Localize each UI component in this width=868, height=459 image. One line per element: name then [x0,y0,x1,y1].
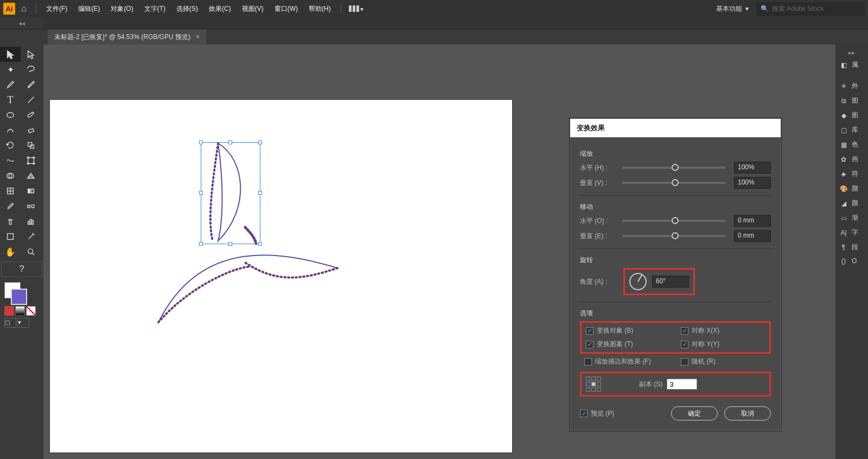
slice-tool[interactable] [21,229,41,244]
move-v-slider[interactable] [622,235,725,237]
scale-h-value[interactable]: 100% [734,162,771,174]
menu-window[interactable]: 窗口(W) [270,2,302,16]
reference-point-grid[interactable] [586,377,601,392]
menu-view[interactable]: 视图(V) [238,2,268,16]
artboard-tool[interactable] [0,229,21,244]
move-h-value[interactable]: 0 mm [734,215,771,227]
eraser-tool[interactable] [21,123,41,138]
hand-tool[interactable]: ✋ [0,244,21,259]
cancel-button[interactable]: 取消 [724,406,771,420]
gradient-mode-icon[interactable] [15,306,25,316]
resize-handle[interactable] [199,141,203,144]
paintbrush-tool[interactable] [21,107,41,123]
edit-toolbar-button[interactable]: ? [1,262,42,277]
properties-panel-icon[interactable]: ◧属 [835,58,868,72]
scale-v-slider[interactable] [622,182,725,184]
resize-handle[interactable] [228,141,232,144]
fill-stroke-swatches[interactable]: ◻ ▾ [0,279,43,331]
color-guide-panel-icon[interactable]: ◢颜 [835,196,868,211]
opentype-panel-icon[interactable]: ()O [835,254,868,267]
resize-handle[interactable] [228,242,232,246]
pen-tool[interactable] [0,77,21,92]
symbol-sprayer-tool[interactable] [0,214,21,229]
width-tool[interactable] [0,153,21,168]
angle-value[interactable]: 60° [652,276,689,288]
column-graph-tool[interactable] [21,214,41,229]
libraries-panel-icon[interactable]: ▢库 [835,123,868,137]
chevron-down-icon: ▾ [745,5,749,12]
eyedropper-tool[interactable] [0,199,21,214]
search-input[interactable]: 🔍搜索 Adobe Stock [756,2,865,16]
shaper-tool[interactable] [0,123,21,138]
lasso-tool[interactable] [21,62,41,77]
mesh-tool[interactable] [0,183,21,199]
dock-collapse-icon[interactable]: ▸▸ [835,48,868,58]
magic-wand-tool[interactable]: ✦ [0,62,21,77]
menu-object[interactable]: 对象(O) [106,2,137,16]
resize-handle[interactable] [199,242,203,246]
document-tab[interactable]: 未标题-2 [已恢复]* @ 54.53% (RGB/GPU 预览) × [48,29,206,44]
symbols-panel-icon[interactable]: ♣符 [835,167,868,181]
gradient-panel-icon[interactable]: ▭渐 [835,211,868,225]
type-tool[interactable]: T [0,92,21,107]
menu-help[interactable]: 帮助(H) [304,2,335,16]
screen-mode-dropdown[interactable]: ▾ [17,318,29,328]
character-panel-icon[interactable]: A|字 [835,225,868,240]
menu-type[interactable]: 文字(T) [140,2,170,16]
arrange-documents-icon[interactable]: ▾ [347,3,366,14]
move-h-slider[interactable] [622,220,725,222]
brushes-panel-icon[interactable]: ✿画 [835,152,868,167]
menu-file[interactable]: 文件(F) [42,2,72,16]
transform-patterns-checkbox[interactable]: 变换图案 (T) [586,340,670,349]
paragraph-panel-icon[interactable]: ¶段 [835,240,868,254]
zoom-tool[interactable] [21,244,41,259]
control-panel-strip: ◂◂ [0,17,868,29]
appearance-panel-icon[interactable]: ☀外 [835,79,868,93]
ellipse-tool[interactable] [0,107,21,123]
move-v-value[interactable]: 0 mm [734,230,771,242]
selection-bounding-box[interactable] [201,142,260,244]
menu-effect[interactable]: 效果(C) [205,2,235,16]
free-transform-tool[interactable] [21,153,41,168]
resize-handle[interactable] [258,141,262,144]
blend-tool[interactable] [21,199,41,214]
scale-v-value[interactable]: 100% [734,177,771,189]
random-checkbox[interactable]: 随机 (R) [681,357,767,366]
perspective-grid-tool[interactable] [21,168,41,183]
rotate-tool[interactable] [0,138,21,153]
screen-mode-icon[interactable]: ◻ [4,318,16,328]
stroke-swatch[interactable] [11,289,27,305]
curvature-tool[interactable] [21,77,41,92]
copies-input[interactable] [667,379,697,390]
close-icon[interactable]: × [196,33,200,41]
gradient-tool[interactable] [21,183,41,199]
resize-handle[interactable] [258,242,262,246]
none-mode-icon[interactable] [26,306,36,316]
preview-checkbox[interactable]: 预览 (P) [580,406,614,420]
selection-tool[interactable] [0,47,21,62]
scale-tool[interactable] [21,138,41,153]
ok-button[interactable]: 确定 [671,406,718,420]
layers-panel-icon[interactable]: ◆图 [835,108,868,123]
menu-select[interactable]: 选择(S) [172,2,202,16]
canvas-area[interactable]: 变换效果 缩放 水平 (H) : 100% 垂直 (V) : 100% 移动 水… [43,44,835,459]
line-segment-tool[interactable] [21,92,41,107]
shape-builder-tool[interactable] [0,168,21,183]
reflect-x-checkbox[interactable]: 对称 X(X) [681,326,765,335]
color-mode-icon[interactable] [4,306,14,316]
menu-edit[interactable]: 编辑(E) [74,2,104,16]
resize-handle[interactable] [199,191,203,195]
workspace-switcher[interactable]: 基本功能▾ [711,2,754,16]
reflect-y-checkbox[interactable]: 对称 Y(Y) [681,340,765,349]
scale-h-slider[interactable] [622,167,725,169]
angle-dial[interactable] [629,273,647,290]
color-panel-icon[interactable]: 🎨颜 [835,181,868,196]
transform-objects-checkbox[interactable]: 变换对象 (B) [586,326,670,335]
graphic-styles-panel-icon[interactable]: ⧉图 [835,93,868,108]
direct-selection-tool[interactable] [21,47,41,62]
toolbar-collapse-icon[interactable]: ◂◂ [0,17,43,29]
scale-strokes-checkbox[interactable]: 缩放描边和效果 (F) [584,357,670,366]
resize-handle[interactable] [258,191,262,195]
home-icon[interactable]: ⌂ [17,4,30,14]
swatches-panel-icon[interactable]: ▦色 [835,137,868,152]
